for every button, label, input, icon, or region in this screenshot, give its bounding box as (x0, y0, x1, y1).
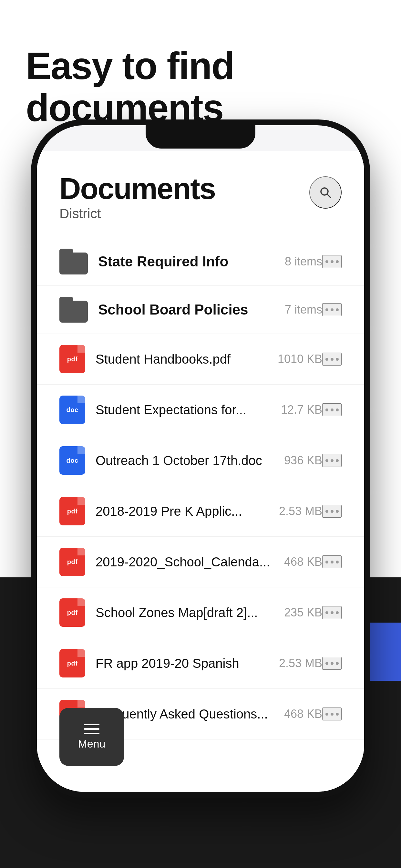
item-name: State Required Info (98, 253, 285, 270)
list-item[interactable]: doc Student Expectations for... 12.7 KB (37, 384, 364, 435)
dots-icon (326, 408, 339, 411)
item-size: 468 KB (284, 555, 322, 569)
item-name: 2019-2020_School_Calenda... (96, 554, 284, 569)
dots-icon (326, 308, 339, 311)
item-name: School Board Policies (98, 301, 285, 318)
item-size: 235 KB (284, 606, 322, 619)
item-info: School Zones Map[draft 2]... (96, 605, 284, 620)
item-name: 2018-2019 Pre K Applic... (96, 503, 279, 519)
more-options-button[interactable] (322, 505, 342, 518)
item-name: Student Handbooks.pdf (96, 351, 278, 367)
more-options-button[interactable] (322, 352, 342, 366)
pdf-icon: pdf (59, 497, 85, 525)
item-size: 7 items (285, 303, 322, 316)
pdf-icon: pdf (59, 598, 85, 627)
doc-icon: doc (59, 396, 85, 424)
documents-title: Documents (59, 174, 215, 204)
list-item[interactable]: School Board Policies 7 items (37, 286, 364, 334)
list-item[interactable]: pdf FR app 2019-20 Spanish 2.53 MB (37, 638, 364, 689)
search-button[interactable] (309, 176, 342, 209)
more-options-button[interactable] (322, 454, 342, 467)
dots-icon (326, 358, 339, 361)
dots-icon (326, 611, 339, 614)
dots-icon (326, 662, 339, 665)
item-meta: 936 KB (284, 454, 322, 467)
item-size: 8 items (285, 255, 322, 268)
item-info: 2018-2019 Pre K Applic... (96, 503, 279, 519)
document-list: State Required Info 8 items (37, 231, 364, 746)
item-name: School Zones Map[draft 2]... (96, 605, 284, 620)
hamburger-icon (84, 724, 99, 734)
more-options-button[interactable] (322, 403, 342, 416)
item-name: FR app 2019-20 Spanish (96, 655, 279, 671)
item-meta: 8 items (285, 255, 322, 268)
item-size: 468 KB (284, 707, 322, 721)
dots-icon (326, 561, 339, 563)
header-text-group: Documents District (59, 174, 215, 221)
item-info: 2019-2020_School_Calenda... (96, 554, 284, 569)
item-size: 936 KB (284, 454, 322, 467)
svg-line-1 (328, 194, 331, 198)
item-meta: 235 KB (284, 606, 322, 619)
page-headline: Easy to find documents (26, 45, 401, 129)
folder-icon (59, 297, 88, 322)
documents-header: Documents District (37, 151, 364, 231)
pdf-icon: pdf (59, 345, 85, 373)
dots-icon (326, 510, 339, 513)
doc-icon: doc (59, 446, 85, 475)
more-options-button[interactable] (322, 555, 342, 568)
phone-frame: Documents District (31, 120, 370, 798)
more-options-button[interactable] (322, 303, 342, 316)
folder-icon (59, 249, 88, 275)
item-meta: 468 KB (284, 707, 322, 721)
menu-label: Menu (78, 738, 105, 750)
more-options-button[interactable] (322, 708, 342, 720)
phone-screen: Documents District (37, 125, 364, 792)
item-size: 1010 KB (278, 352, 322, 366)
list-item[interactable]: doc Outreach 1 October 17th.doc 936 KB (37, 435, 364, 486)
dots-icon (326, 713, 339, 716)
list-item[interactable]: State Required Info 8 items (37, 238, 364, 286)
screen-content: Documents District (37, 151, 364, 792)
item-info: Student Expectations for... (96, 402, 281, 417)
phone-notch (146, 125, 255, 149)
more-options-button[interactable] (322, 255, 342, 268)
item-name: Outreach 1 October 17th.doc (96, 453, 284, 468)
item-name: Student Expectations for... (96, 402, 281, 417)
item-info: FR app 2019-20 Spanish (96, 655, 279, 671)
menu-button[interactable]: Menu (59, 708, 124, 766)
item-info: Outreach 1 October 17th.doc (96, 453, 284, 468)
list-item[interactable]: pdf Student Handbooks.pdf 1010 KB (37, 334, 364, 384)
item-info: Student Handbooks.pdf (96, 351, 278, 367)
list-item[interactable]: pdf 2018-2019 Pre K Applic... 2.53 MB (37, 486, 364, 537)
item-meta: 468 KB (284, 555, 322, 569)
item-size: 12.7 KB (281, 403, 322, 416)
list-item[interactable]: pdf School Zones Map[draft 2]... 235 KB (37, 587, 364, 638)
item-meta: 2.53 MB (279, 656, 322, 670)
dots-icon (326, 260, 339, 263)
item-meta: 2.53 MB (279, 504, 322, 518)
item-meta: 7 items (285, 303, 322, 316)
more-options-button[interactable] (322, 657, 342, 670)
item-meta: 1010 KB (278, 352, 322, 366)
documents-subtitle: District (59, 206, 215, 221)
more-options-button[interactable] (322, 606, 342, 619)
search-icon (318, 185, 333, 199)
item-info: School Board Policies (98, 301, 285, 318)
list-item[interactable]: pdf 2019-2020_School_Calenda... 468 KB (37, 537, 364, 587)
item-meta: 12.7 KB (281, 403, 322, 416)
item-size: 2.53 MB (279, 504, 322, 518)
item-size: 2.53 MB (279, 656, 322, 670)
item-info: State Required Info (98, 253, 285, 270)
pdf-icon: pdf (59, 649, 85, 678)
pdf-icon: pdf (59, 548, 85, 576)
dots-icon (326, 459, 339, 462)
